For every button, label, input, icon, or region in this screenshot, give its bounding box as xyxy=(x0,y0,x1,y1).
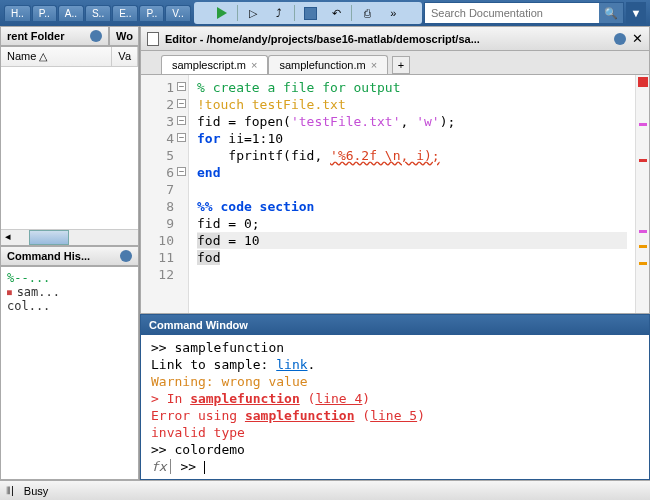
command-window: Command Window >> samplefunctionLink to … xyxy=(140,314,650,480)
current-folder-panel: Name △ Va ◂ xyxy=(0,46,139,246)
toolstrip-tab[interactable]: A.. xyxy=(58,5,84,21)
main-toolbar: H..P..A..S..E..P..V.. ▷ ⤴ ↶ ⎙ » 🔍 ▼ xyxy=(0,0,650,26)
value-column-header[interactable]: Va xyxy=(112,47,138,66)
folder-column-headers: Name △ Va xyxy=(1,47,138,67)
panel-menu-icon[interactable] xyxy=(120,250,132,262)
step-button[interactable]: ▷ xyxy=(242,3,264,23)
statusbar: ⦀| Busy xyxy=(0,480,650,500)
command-window-title: Command Window xyxy=(149,319,248,331)
command-output-line: > In samplefunction (line 4) xyxy=(151,390,639,407)
editor-titlebar: Editor - /home/andy/projects/base16-matl… xyxy=(140,26,650,51)
toolstrip-collapse-button[interactable]: ▼ xyxy=(626,2,646,24)
current-folder-header[interactable]: rent Folder xyxy=(0,26,109,46)
code-line[interactable]: end xyxy=(197,164,627,181)
message-bar[interactable] xyxy=(635,75,649,313)
horizontal-scrollbar[interactable]: ◂ xyxy=(1,229,138,245)
folder-list-body[interactable] xyxy=(1,67,138,229)
workspace-tab[interactable]: Wo xyxy=(109,26,139,46)
editor-close-button[interactable]: ✕ xyxy=(632,31,643,46)
file-tab[interactable]: samplescript.m× xyxy=(161,55,268,74)
toolstrip-tabs: H..P..A..S..E..P..V.. xyxy=(4,5,192,21)
step-out-button[interactable]: ⤴ xyxy=(268,3,290,23)
code-line[interactable]: fprintf(fid, '%6.2f \n, i); xyxy=(197,147,627,164)
divider xyxy=(237,5,238,21)
toolstrip-tab[interactable]: H.. xyxy=(4,5,31,21)
undo-button[interactable]: ↶ xyxy=(325,3,347,23)
command-history-header[interactable]: Command His... xyxy=(0,246,139,266)
command-history-title: Command His... xyxy=(7,250,90,262)
code-editor[interactable]: 1−2−3−4−56−789101112 % create a file for… xyxy=(140,74,650,314)
code-line[interactable]: %% code section xyxy=(197,198,627,215)
toolstrip-tab[interactable]: S.. xyxy=(85,5,111,21)
status-indicator-icon: ⦀| xyxy=(6,484,14,497)
toolstrip-tab[interactable]: E.. xyxy=(112,5,138,21)
toolstrip-tab[interactable]: P.. xyxy=(32,5,57,21)
divider xyxy=(351,5,352,21)
command-window-body[interactable]: >> samplefunctionLink to sample: link.Wa… xyxy=(141,335,649,479)
editor-title: Editor - /home/andy/projects/base16-matl… xyxy=(165,33,608,45)
code-line[interactable]: % create a file for output xyxy=(197,79,627,96)
toolstrip-tab[interactable]: P.. xyxy=(139,5,164,21)
history-item[interactable]: %--... xyxy=(7,271,132,285)
code-line[interactable]: fid = 0; xyxy=(197,215,627,232)
command-output-line: invalid type xyxy=(151,424,639,441)
history-item[interactable]: sam... xyxy=(7,285,132,299)
right-content: Editor - /home/andy/projects/base16-matl… xyxy=(140,26,650,480)
search-button[interactable]: 🔍 xyxy=(599,3,623,23)
play-icon xyxy=(217,7,227,19)
more-button[interactable]: » xyxy=(382,3,404,23)
search-input[interactable] xyxy=(425,7,599,19)
command-output-line: >> colordemo xyxy=(151,441,639,458)
code-line[interactable]: fod = 10 xyxy=(197,232,627,249)
panel-menu-icon[interactable] xyxy=(614,33,626,45)
file-tab-label: samplefunction.m xyxy=(279,59,365,71)
close-tab-icon[interactable]: × xyxy=(371,59,377,71)
file-tab[interactable]: samplefunction.m× xyxy=(268,55,388,74)
code-line[interactable] xyxy=(197,181,627,198)
command-window-titlebar: Command Window xyxy=(141,315,649,335)
document-icon xyxy=(147,32,159,46)
code-line[interactable]: fod xyxy=(197,249,627,266)
save-button[interactable] xyxy=(299,3,321,23)
code-line[interactable]: for ii=1:10 xyxy=(197,130,627,147)
code-line[interactable]: fid = fopen('testFile.txt', 'w'); xyxy=(197,113,627,130)
line-gutter: 1−2−3−4−56−789101112 xyxy=(141,75,189,313)
toolstrip-tab[interactable]: V.. xyxy=(165,5,190,21)
command-prompt[interactable]: fx >> xyxy=(151,458,639,475)
divider xyxy=(294,5,295,21)
print-button[interactable]: ⎙ xyxy=(356,3,378,23)
run-button[interactable] xyxy=(211,3,233,23)
current-folder-title: rent Folder xyxy=(7,30,64,42)
main-content: rent Folder Wo Name △ Va ◂ Command His..… xyxy=(0,26,650,480)
name-column-header[interactable]: Name △ xyxy=(1,47,112,66)
fx-icon: fx xyxy=(151,459,171,474)
search-icon: 🔍 xyxy=(604,7,618,20)
file-tab-label: samplescript.m xyxy=(172,59,246,71)
new-tab-button[interactable]: + xyxy=(392,56,410,74)
error-summary-icon xyxy=(638,77,648,87)
command-output-line: >> samplefunction xyxy=(151,339,639,356)
editor-file-tabs: samplescript.m×samplefunction.m×+ xyxy=(140,51,650,74)
close-tab-icon[interactable]: × xyxy=(251,59,257,71)
left-dock: rent Folder Wo Name △ Va ◂ Command His..… xyxy=(0,26,140,480)
quick-access-toolbar: ▷ ⤴ ↶ ⎙ » xyxy=(194,2,422,24)
command-output-line: Link to sample: link. xyxy=(151,356,639,373)
history-item[interactable]: col... xyxy=(7,299,132,313)
panel-menu-icon[interactable] xyxy=(90,30,102,42)
save-icon xyxy=(304,7,317,20)
command-output-line: Error using samplefunction (line 5) xyxy=(151,407,639,424)
code-line[interactable] xyxy=(197,266,627,283)
code-line[interactable]: !touch testFile.txt xyxy=(197,96,627,113)
command-history-panel: %--...sam...col... xyxy=(0,266,139,480)
history-list[interactable]: %--...sam...col... xyxy=(1,267,138,317)
code-body[interactable]: % create a file for output!touch testFil… xyxy=(189,75,635,313)
command-output-line: Warning: wrong value xyxy=(151,373,639,390)
status-text: Busy xyxy=(24,485,48,497)
search-documentation-box: 🔍 xyxy=(424,2,624,24)
